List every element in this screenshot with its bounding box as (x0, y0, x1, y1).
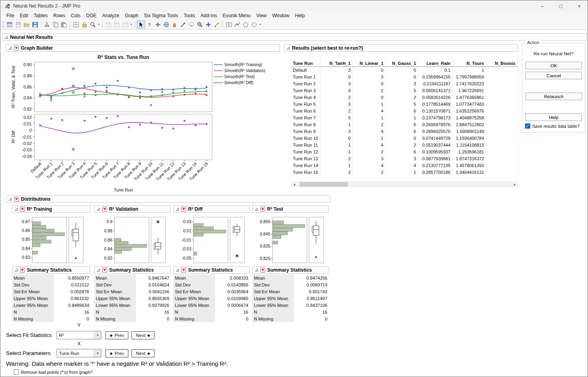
pencil-icon[interactable] (213, 20, 221, 29)
close-button[interactable]: × (570, 0, 588, 12)
menu-window[interactable]: Window (270, 12, 292, 19)
results-row[interactable]: Tune Run 10300.15599641551.7997988959 (291, 74, 518, 81)
disclosure-icon[interactable] (8, 46, 12, 50)
menu-rows[interactable]: Rows (51, 12, 68, 19)
param-next-button[interactable]: Next ◆ (132, 349, 154, 357)
results-row[interactable]: Default3000.11 (291, 67, 518, 74)
new-data-table-icon[interactable] (6, 20, 14, 29)
menu-file[interactable]: File (4, 12, 17, 19)
minimize-button[interactable]: – (533, 0, 552, 12)
results-row[interactable]: Tune Run 70110.23747981731.4048875258 (291, 115, 518, 121)
paste-icon[interactable] (60, 20, 68, 29)
disclosure-icon[interactable] (175, 207, 179, 211)
ok-button[interactable]: OK (525, 62, 582, 69)
line-icon[interactable] (233, 20, 241, 29)
arrow-tool-icon[interactable] (137, 20, 145, 29)
brush-icon[interactable] (179, 20, 187, 29)
toolbar-dropdown-icon[interactable]: ▾ (130, 23, 133, 26)
fit-prev-button[interactable]: ◆ Prev (105, 331, 128, 339)
disclosure-icon[interactable] (286, 46, 290, 50)
results-row[interactable]: Tune Run 53150.17785144691.0773477483 (291, 101, 518, 108)
results-row[interactable]: Tune Run 111420.05190374441.1154108815 (291, 142, 518, 149)
open-icon[interactable] (22, 20, 31, 29)
chevron-down-icon[interactable]: ▼ (94, 331, 101, 339)
menu-doe[interactable]: DOE (83, 12, 99, 19)
results-row[interactable]: Tune Run 152210.28577001861.3404416131 (291, 169, 518, 176)
results-row[interactable]: Tune Run 132330.08779396811.8747316372 (291, 155, 518, 162)
menu-add-ins[interactable]: Add-Ins (198, 12, 220, 19)
menu-tables[interactable]: Tables (31, 12, 51, 19)
menu-six-sigma-tools[interactable]: Six Sigma Tools (141, 12, 181, 19)
scroll-right-icon[interactable]: ▶ (512, 181, 518, 187)
text-box-icon[interactable]: T (225, 20, 233, 29)
remove-bad-points-checkbox[interactable] (14, 369, 19, 375)
lasso-icon[interactable] (187, 20, 196, 29)
toolbar-dropdown-icon[interactable]: ▾ (258, 23, 262, 26)
window-copy-icon[interactable] (104, 20, 113, 29)
help-button[interactable]: Help (525, 113, 582, 121)
cancel-button[interactable]: Cancel (525, 72, 582, 79)
graph-canvas[interactable]: R² Stats vs. Tune Run0.900.880.860.840.8… (8, 52, 280, 194)
menu-view[interactable]: View (253, 12, 270, 19)
window-tile-icon[interactable] (113, 20, 121, 29)
results-row[interactable]: Tune Run 121260.10095959371.293596181 (291, 149, 518, 155)
maximize-button[interactable]: □ (552, 0, 570, 12)
save-icon[interactable] (31, 20, 39, 29)
menu-cols[interactable]: Cols (68, 12, 83, 19)
lock-icon[interactable] (80, 20, 89, 29)
results-column-header[interactable]: N_TanH_1 (320, 56, 353, 67)
menu-graph[interactable]: Graph (122, 12, 141, 19)
layout-icon[interactable] (72, 20, 80, 29)
disclosure-icon[interactable] (254, 268, 258, 272)
plus-icon[interactable] (204, 20, 213, 29)
disclosure-icon[interactable] (96, 207, 100, 211)
toolbar-grip[interactable] (3, 21, 4, 28)
save-results-checkbox[interactable] (525, 123, 530, 129)
fit-statistic-dropdown[interactable]: R² ▼ (57, 331, 101, 339)
red-triangle-menu-icon[interactable] (260, 268, 265, 272)
histogram-2[interactable]: 0.030.01-0.01-0.03-0.05∗ (176, 215, 246, 268)
disclosure-icon[interactable] (96, 268, 100, 272)
scroll-left-icon[interactable]: ◀ (291, 181, 297, 187)
histogram-3[interactable]: 0.8550.8450.8350.825 (255, 215, 325, 268)
search-icon[interactable] (89, 20, 97, 29)
results-row[interactable]: Tune Run 23030.21941111871.7417020223 (291, 81, 518, 87)
results-scrollbar[interactable]: ◀ ▶ (291, 181, 518, 187)
oval-icon[interactable] (250, 20, 258, 29)
results-row[interactable]: Tune Run 62460.13015708711.6352256976 (291, 108, 518, 115)
menu-evonik-menu[interactable]: Evonik Menu (220, 12, 253, 19)
results-row[interactable]: Tune Run 30250.06061413711.967226691 (291, 87, 518, 94)
disclosure-icon[interactable] (14, 268, 18, 272)
crosshair-icon[interactable] (154, 20, 162, 29)
histogram-0[interactable]: 0.870.860.850.840.83 (14, 215, 85, 268)
results-column-header[interactable]: N_Boosts (486, 56, 517, 67)
new-journal-icon[interactable] (14, 20, 22, 29)
disclosure-icon[interactable] (254, 207, 258, 211)
chevron-down-icon[interactable]: ▼ (94, 349, 101, 357)
red-triangle-menu-icon[interactable] (102, 207, 107, 212)
scrollbar-track[interactable] (297, 181, 512, 187)
results-table[interactable]: Tune RunN_TanH_1N_Linear_1N_Gauss_1Learn… (291, 56, 518, 181)
results-row[interactable]: Tune Run 81260.26959789761.8847512802 (291, 121, 518, 128)
menu-edit[interactable]: Edit (17, 12, 31, 19)
menu-tools[interactable]: Tools (181, 12, 198, 19)
param-prev-button[interactable]: ◆ Prev (105, 349, 128, 357)
cut-icon[interactable] (43, 20, 51, 29)
results-row[interactable]: Tune Run 141440.21307771951.4578061393 (291, 162, 518, 169)
results-row[interactable]: Tune Run 93460.28969255761.6908901149 (291, 128, 518, 135)
disclosure-icon[interactable] (175, 268, 179, 272)
polygon-icon[interactable] (241, 20, 250, 29)
parameter-dropdown[interactable]: Tune Run ▼ (57, 349, 101, 357)
relaunch-button[interactable]: Relaunch (525, 93, 582, 100)
red-triangle-menu-icon[interactable] (20, 268, 25, 272)
fit-next-button[interactable]: Next ◆ (132, 331, 154, 339)
scrollbar-thumb[interactable] (300, 182, 348, 187)
disclosure-icon[interactable] (4, 35, 8, 39)
disclosure-icon[interactable] (14, 207, 18, 211)
red-triangle-menu-icon[interactable] (181, 207, 186, 212)
window-grid-icon[interactable] (121, 20, 130, 29)
histogram-1[interactable]: 0.90.880.860.840.82∗ (97, 215, 167, 268)
copy-icon[interactable] (51, 20, 60, 29)
toolbar-dropdown-icon[interactable]: ▾ (97, 23, 101, 26)
results-column-header[interactable]: N_Tours (453, 56, 487, 67)
